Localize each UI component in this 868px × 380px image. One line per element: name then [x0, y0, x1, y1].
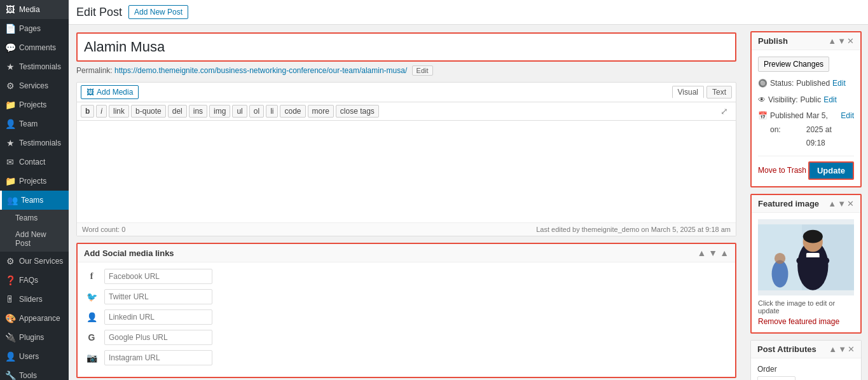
sidebar-item-label: Tools — [19, 371, 37, 380]
twitter-row: 🐦 — [84, 289, 729, 304]
status-row: 🔘 Status: Published Edit — [758, 77, 854, 91]
post-attributes-close-button[interactable]: ✕ — [848, 344, 855, 354]
order-input[interactable] — [757, 376, 796, 380]
status-value: Published — [796, 77, 830, 91]
post-attributes-controls: ▲ ▼ ✕ — [829, 344, 855, 354]
instagram-icon: 📷 — [84, 353, 99, 363]
teams-submenu-add-new[interactable]: Add New Post — [0, 226, 69, 252]
editor-tab-buttons: Visual Text — [672, 86, 732, 98]
sidebar-item-contact[interactable]: ✉ Contact — [0, 153, 69, 172]
remove-featured-image-link[interactable]: Remove featured image — [758, 317, 839, 326]
post-attributes-up-button[interactable]: ▲ — [829, 344, 837, 354]
fmt-del[interactable]: del — [168, 105, 187, 118]
publish-down-button[interactable]: ▼ — [837, 36, 846, 46]
add-media-button[interactable]: 🖼 Add Media — [81, 85, 139, 99]
pages-icon: 📄 — [5, 24, 15, 34]
add-new-post-button[interactable]: Add New Post — [128, 5, 188, 19]
sidebar-item-plugins[interactable]: 🔌 Plugins — [0, 328, 69, 347]
contact-icon: ✉ — [5, 157, 15, 167]
fmt-li[interactable]: li — [266, 105, 278, 118]
testimonials-icon: ★ — [5, 62, 15, 72]
instagram-input[interactable] — [104, 350, 212, 365]
featured-image-down-button[interactable]: ▼ — [837, 199, 846, 208]
fmt-ul[interactable]: ul — [232, 105, 247, 118]
update-button[interactable]: Update — [808, 161, 854, 180]
sidebar-item-testimonials2[interactable]: ★ Testimonials — [0, 133, 69, 153]
sidebar-item-label: Appearance — [19, 314, 60, 323]
publish-box-header: Publish ▲ ▼ ✕ — [752, 32, 860, 50]
fmt-ins[interactable]: ins — [189, 105, 207, 118]
post-attributes-header: Post Attributes ▲ ▼ ✕ — [751, 341, 861, 358]
visual-tab-button[interactable]: Visual — [672, 86, 704, 98]
sidebar-item-our-services[interactable]: ⚙ Our Services — [0, 252, 69, 271]
publish-title: Publish — [758, 36, 788, 46]
sidebar-item-projects2[interactable]: 📁 Projects — [0, 172, 69, 191]
topbar: Edit Post Add New Post — [69, 0, 868, 25]
move-to-trash-link[interactable]: Move to Trash — [758, 166, 806, 175]
sidebar-item-media[interactable]: 🖼 Media — [0, 0, 69, 19]
publish-close-button[interactable]: ✕ — [847, 36, 854, 46]
sidebar-item-appearance[interactable]: 🎨 Appearance — [0, 309, 69, 328]
facebook-input[interactable] — [104, 269, 212, 284]
google-plus-input[interactable] — [104, 330, 212, 345]
post-title-input[interactable] — [76, 32, 736, 62]
sidebar-item-team[interactable]: 👤 Team — [0, 114, 69, 133]
fmt-more[interactable]: more — [308, 105, 334, 118]
sidebar-item-tools[interactable]: 🔧 Tools — [0, 366, 69, 380]
sidebar-item-pages[interactable]: 📄 Pages — [0, 19, 69, 38]
status-edit-link[interactable]: Edit — [832, 77, 846, 91]
sidebar-item-teams[interactable]: 👥 Teams — [0, 191, 69, 210]
published-edit-link[interactable]: Edit — [841, 109, 854, 123]
social-links-toggle-button[interactable]: ▲ — [720, 248, 729, 258]
editor-body[interactable] — [77, 121, 736, 222]
fmt-ol[interactable]: ol — [249, 105, 264, 118]
sidebar-item-testimonials[interactable]: ★ Testimonials — [0, 57, 69, 76]
sidebar-item-users[interactable]: 👤 Users — [0, 347, 69, 366]
status-icon: 🔘 — [758, 77, 768, 91]
fmt-img[interactable]: img — [209, 105, 230, 118]
twitter-input[interactable] — [104, 289, 212, 304]
fmt-link[interactable]: link — [109, 105, 129, 118]
sidebar-item-services[interactable]: ⚙ Services — [0, 76, 69, 95]
sidebar-item-sliders[interactable]: 🎚 Sliders — [0, 290, 69, 309]
sidebar-item-projects[interactable]: 📁 Projects — [0, 95, 69, 114]
sidebar-item-label: Users — [19, 352, 39, 361]
visibility-edit-link[interactable]: Edit — [823, 93, 837, 107]
linkedin-row: 👤 — [84, 309, 729, 325]
publish-up-button[interactable]: ▲ — [828, 36, 836, 46]
permalink-link[interactable]: https://demo.themeignite.com/business-ne… — [114, 66, 407, 75]
sidebar-item-label: FAQs — [19, 276, 38, 285]
fmt-bold[interactable]: b — [81, 105, 94, 118]
sidebar-item-faqs[interactable]: ❓ FAQs — [0, 271, 69, 290]
permalink-label: Permalink: — [76, 66, 114, 75]
permalink-edit-button[interactable]: Edit — [412, 65, 433, 76]
svg-point-4 — [803, 230, 823, 243]
social-links-down-button[interactable]: ▼ — [708, 248, 717, 258]
featured-image-svg — [758, 219, 854, 295]
fmt-bquote[interactable]: b-quote — [131, 105, 166, 118]
linkedin-input[interactable] — [104, 309, 212, 325]
permalink-bar: Permalink: https://demo.themeignite.com/… — [76, 65, 736, 76]
sidebar-item-label: Our Services — [19, 257, 63, 266]
text-tab-button[interactable]: Text — [706, 86, 732, 98]
featured-image-close-button[interactable]: ✕ — [847, 199, 854, 208]
publish-controls: ▲ ▼ ✕ — [828, 36, 854, 46]
sidebar-item-comments[interactable]: 💬 Comments — [0, 38, 69, 57]
featured-image-preview[interactable] — [758, 219, 854, 295]
users-icon: 👤 — [5, 351, 15, 362]
editor-expand-button[interactable]: ⤢ — [717, 105, 732, 118]
preview-changes-button[interactable]: Preview Changes — [758, 57, 829, 72]
fmt-code[interactable]: code — [280, 105, 305, 118]
fmt-close-tags[interactable]: close tags — [336, 105, 379, 118]
status-label: Status: — [770, 77, 794, 91]
post-attributes-box: Post Attributes ▲ ▼ ✕ Order — [750, 340, 862, 380]
featured-image-up-button[interactable]: ▲ — [828, 199, 836, 208]
social-links-up-button[interactable]: ▲ — [697, 248, 706, 258]
order-field: Order — [757, 365, 855, 380]
featured-image-title: Featured image — [758, 199, 819, 208]
publish-body: Preview Changes 🔘 Status: Published Edit… — [752, 50, 860, 186]
social-links-body: f 🐦 👤 G 📷 — [78, 262, 735, 377]
post-attributes-down-button[interactable]: ▼ — [838, 344, 846, 354]
teams-submenu-teams[interactable]: Teams — [0, 210, 69, 226]
fmt-italic[interactable]: i — [96, 105, 107, 118]
